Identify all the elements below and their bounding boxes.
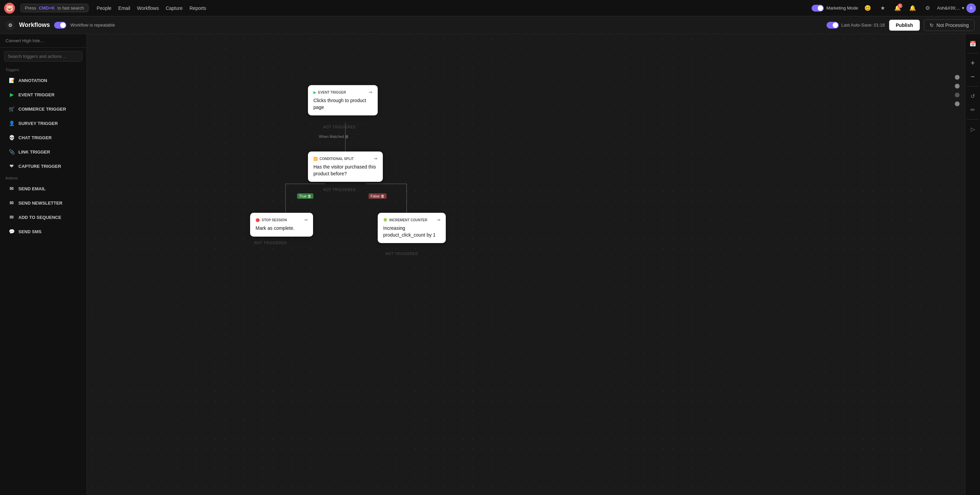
send-email-label: SEND EMAIL — [18, 186, 46, 191]
sidebar-item-chat-trigger[interactable]: 💀 CHAT TRIGGER — [3, 131, 84, 144]
not-triggered-1: NOT TRIGGERED — [323, 125, 356, 129]
dot-2 — [955, 84, 959, 89]
tool-separator-3 — [967, 119, 978, 119]
repeatable-label: Workflow is repeatable — [70, 22, 115, 27]
nav-workflows[interactable]: Workflows — [137, 5, 159, 11]
dot-3 — [955, 92, 959, 97]
sidebar-item-event-trigger[interactable]: ▶ EVENT TRIGGER — [3, 88, 84, 102]
calendar-tool[interactable]: 📅 — [967, 38, 978, 49]
event-trigger-header: ▶ EVENT TRIGGER ⇒ — [313, 90, 372, 95]
not-triggered-3: NOT TRIGGERED — [254, 241, 287, 245]
increment-counter-icon: 🍀 — [383, 218, 387, 222]
sidebar-item-send-email[interactable]: ✉ SEND EMAIL — [3, 182, 84, 196]
stop-session-arrow: ⇒ — [304, 218, 308, 222]
commerce-trigger-icon: 🛒 — [8, 105, 15, 112]
sidebar-item-annotation[interactable]: 📝 ANNOTATION — [3, 73, 84, 87]
marketing-mode-switch[interactable] — [811, 5, 824, 11]
increment-counter-arrow: ⇒ — [437, 218, 440, 222]
when-matched-label: When Matched 🗑 — [319, 134, 349, 138]
search-input[interactable] — [4, 51, 82, 62]
rotate-tool[interactable]: ↺ — [967, 91, 978, 102]
marketing-mode-toggle[interactable]: Marketing Mode — [811, 5, 858, 11]
false-branch-label: False 🗑 — [369, 193, 387, 199]
tool-separator-2 — [967, 86, 978, 86]
publish-button[interactable]: Publish — [889, 20, 920, 31]
sidebar-item-capture-trigger[interactable]: ❤ CAPTURE TRIGGER — [3, 159, 84, 173]
user-name: Ash&#39;... — [937, 5, 960, 11]
search-text-suffix: to fast search — [57, 5, 84, 11]
canvas-background — [87, 34, 980, 495]
event-trigger-node-icon: ▶ — [313, 91, 316, 94]
nav-reports[interactable]: Reports — [189, 5, 206, 11]
theme-icon[interactable]: 😊 — [862, 3, 873, 14]
workflow-header: ⚙ Workflows Workflow is repeatable Last … — [0, 16, 980, 34]
zoom-in-tool[interactable]: + — [967, 57, 978, 68]
sidebar-item-link-trigger[interactable]: 📎 LINK TRIGGER — [3, 145, 84, 159]
autosave-section: Last Auto-Save: 01:16 — [827, 22, 885, 29]
sidebar-item-survey-trigger[interactable]: 👤 SURVEY TRIGGER — [3, 116, 84, 130]
annotation-icon: 📝 — [8, 77, 15, 84]
stop-session-body: Mark as complete. — [256, 225, 308, 232]
not-processing-button[interactable]: ↻ Not Processing — [924, 19, 975, 31]
conditional-split-icon: 🔀 — [313, 157, 318, 161]
triggers-section-label: Triggers — [0, 65, 86, 73]
actions-section-label: Actions — [0, 173, 86, 181]
increment-counter-node[interactable]: 🍀 INCREMENT COUNTER ⇒ Increasing product… — [378, 213, 446, 243]
top-nav-right: Marketing Mode 😊 ★ 🔔 5 🔔 ⚙ Ash&#39;... ▾… — [811, 3, 976, 14]
play-tool[interactable]: ▷ — [967, 124, 978, 134]
refresh-icon: ↻ — [930, 22, 934, 28]
settings-icon[interactable]: ⚙ — [922, 3, 933, 14]
increment-counter-body: Increasing product_click_count by 1 — [383, 225, 440, 238]
star-icon[interactable]: ★ — [877, 3, 888, 14]
breadcrumb: Convert High Inte... — [0, 34, 86, 48]
chat-trigger-label: CHAT TRIGGER — [18, 135, 52, 140]
sidebar-item-send-newsletter[interactable]: ✉ SEND NEWSLETTER — [3, 196, 84, 210]
autosave-label: Last Auto-Save: 01:16 — [842, 22, 885, 27]
commerce-trigger-label: COMMERCE TRIGGER — [18, 107, 66, 111]
pencil-tool[interactable]: ✏ — [967, 104, 978, 115]
sidebar-item-send-sms[interactable]: 💬 SEND SMS — [3, 225, 84, 238]
send-sms-icon: 💬 — [8, 228, 15, 235]
nav-people[interactable]: People — [97, 5, 111, 11]
zoom-out-tool[interactable]: − — [967, 71, 978, 82]
nav-capture[interactable]: Capture — [166, 5, 183, 11]
repeatable-toggle[interactable] — [54, 22, 66, 29]
notification-badge: 5 — [898, 3, 902, 8]
bell-icon[interactable]: 🔔 — [907, 3, 918, 14]
stop-session-node[interactable]: 🛑 STOP SESSION ⇒ Mark as complete. — [250, 213, 313, 237]
workflow-header-right: Last Auto-Save: 01:16 Publish ↻ Not Proc… — [827, 19, 975, 31]
app-logo: 🐷 — [4, 3, 15, 14]
chat-trigger-icon: 💀 — [8, 134, 15, 141]
workflow-title: Workflows — [19, 21, 50, 29]
send-newsletter-icon: ✉ — [8, 199, 15, 206]
conditional-split-node[interactable]: 🔀 CONDITIONAL SPLIT ⇒ Has the visitor pu… — [308, 151, 383, 182]
true-branch-label: True 🗑 — [297, 193, 313, 199]
workflow-canvas[interactable]: ▶ EVENT TRIGGER ⇒ Clicks through to prod… — [87, 34, 980, 495]
annotation-label: ANNOTATION — [18, 78, 47, 83]
send-sms-label: SEND SMS — [18, 229, 41, 234]
event-trigger-node[interactable]: ▶ EVENT TRIGGER ⇒ Clicks through to prod… — [308, 85, 378, 115]
conditional-split-arrow: ⇒ — [374, 156, 377, 161]
autosave-toggle[interactable] — [827, 22, 839, 29]
user-menu[interactable]: Ash&#39;... ▾ A — [937, 3, 976, 13]
event-trigger-arrow-icon: ⇒ — [369, 90, 372, 95]
nav-email[interactable]: Email — [118, 5, 130, 11]
canvas-tools: 📅 + − ↺ ✏ ▷ — [965, 34, 980, 495]
search-shortcut: CMD+K — [39, 5, 55, 11]
increment-counter-header: 🍀 INCREMENT COUNTER ⇒ — [383, 218, 440, 222]
global-search[interactable]: Press CMD+K to fast search — [21, 4, 89, 12]
notifications-icon[interactable]: 🔔 5 — [892, 3, 903, 14]
conditional-split-header: 🔀 CONDITIONAL SPLIT ⇒ — [313, 156, 377, 161]
increment-counter-type: INCREMENT COUNTER — [389, 218, 427, 222]
sidebar-item-commerce-trigger[interactable]: 🛒 COMMERCE TRIGGER — [3, 102, 84, 116]
conditional-split-body: Has the visitor purchased this product b… — [313, 164, 377, 177]
send-email-icon: ✉ — [8, 185, 15, 192]
not-triggered-4: NOT TRIGGERED — [385, 252, 418, 256]
marketing-mode-label: Marketing Mode — [827, 5, 858, 11]
main-layout: Convert High Inte... Triggers 📝 ANNOTATI… — [0, 34, 980, 495]
link-trigger-label: LINK TRIGGER — [18, 150, 50, 154]
sidebar-item-add-to-sequence[interactable]: ✉ ADD TO SEQUENCE — [3, 210, 84, 224]
conditional-split-type: CONDITIONAL SPLIT — [320, 157, 353, 161]
dot-indicators — [955, 75, 959, 106]
stop-session-icon: 🛑 — [256, 218, 259, 222]
